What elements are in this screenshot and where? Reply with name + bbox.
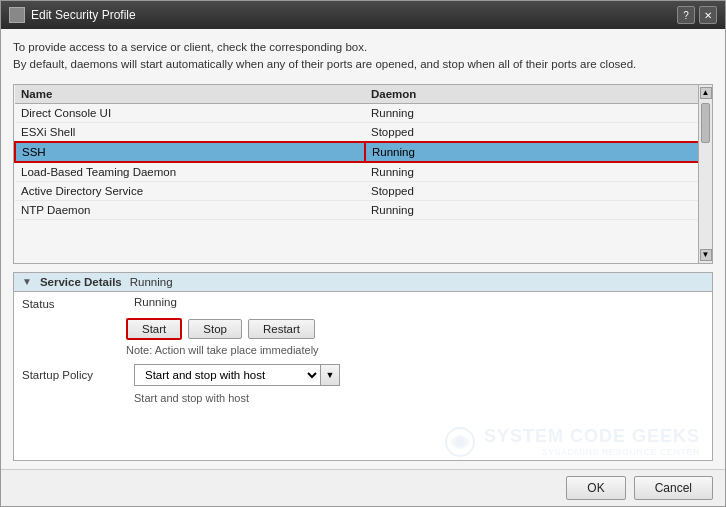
service-name: ESXi Shell: [15, 122, 365, 142]
startup-policy-select[interactable]: Start and stop with host Start and stop …: [134, 364, 320, 386]
watermark-logo-icon: [442, 424, 478, 460]
service-details-panel: ▼ Service Details Running Status Running…: [13, 272, 713, 461]
title-bar: Edit Security Profile ? ✕: [1, 1, 725, 29]
dialog-title: Edit Security Profile: [31, 8, 136, 22]
status-label: Status: [22, 296, 122, 310]
description-line2: By default, daemons will start automatic…: [13, 58, 636, 70]
app-icon: [9, 7, 25, 23]
service-action-buttons: Start Stop Restart: [126, 318, 712, 340]
status-row: Status Running: [14, 292, 712, 314]
stop-button[interactable]: Stop: [188, 319, 242, 339]
table-row[interactable]: ESXi Shell Stopped: [15, 122, 711, 142]
action-note: Note: Action will take place immediately: [126, 344, 712, 356]
svg-point-1: [455, 437, 465, 447]
service-details-header: ▼ Service Details Running: [14, 273, 712, 292]
status-value: Running: [134, 296, 177, 308]
service-daemon: Stopped: [365, 181, 711, 200]
ok-button[interactable]: OK: [566, 476, 625, 500]
details-toggle-arrow[interactable]: ▼: [22, 276, 32, 287]
title-bar-left: Edit Security Profile: [9, 7, 136, 23]
service-daemon-ssh: Running: [365, 142, 711, 162]
table-row[interactable]: NTP Daemon Running: [15, 200, 711, 219]
startup-policy-row: Startup Policy Start and stop with host …: [14, 360, 712, 390]
table-header-row: Name Daemon: [15, 85, 711, 104]
column-header-name: Name: [15, 85, 365, 104]
column-header-daemon: Daemon: [365, 85, 711, 104]
service-details-title: Service Details: [40, 276, 122, 288]
description-line1: To provide access to a service or client…: [13, 41, 367, 53]
table-row-ssh[interactable]: SSH Running: [15, 142, 711, 162]
service-daemon: Running: [365, 103, 711, 122]
dialog-footer: OK Cancel: [1, 469, 725, 506]
service-name: Load-Based Teaming Daemon: [15, 162, 365, 182]
service-daemon: Running: [365, 200, 711, 219]
watermark: SYSTEM CODE GEEKS SYSADMINS RESOURCE CEN…: [14, 410, 712, 460]
startup-policy-dropdown-container: Start and stop with host Start and stop …: [134, 364, 340, 386]
startup-hint-text: Start and stop with host: [134, 392, 712, 404]
table-row[interactable]: Active Directory Service Stopped: [15, 181, 711, 200]
help-button[interactable]: ?: [677, 6, 695, 24]
service-details-header-status: Running: [130, 276, 173, 288]
close-button[interactable]: ✕: [699, 6, 717, 24]
service-name: Active Directory Service: [15, 181, 365, 200]
edit-security-profile-dialog: Edit Security Profile ? ✕ To provide acc…: [0, 0, 726, 507]
table-row[interactable]: Direct Console UI Running: [15, 103, 711, 122]
startup-policy-label: Startup Policy: [22, 369, 122, 381]
watermark-brand: SYSTEM CODE GEEKS: [484, 426, 700, 447]
table-scrollbar[interactable]: ▲ ▼: [698, 85, 712, 263]
service-name: NTP Daemon: [15, 200, 365, 219]
watermark-sub: SYSADMINS RESOURCE CENTER: [484, 447, 700, 457]
service-name-ssh: SSH: [15, 142, 365, 162]
table-row[interactable]: Load-Based Teaming Daemon Running: [15, 162, 711, 182]
service-daemon: Stopped: [365, 122, 711, 142]
cancel-button[interactable]: Cancel: [634, 476, 713, 500]
service-daemon: Running: [365, 162, 711, 182]
title-bar-controls: ? ✕: [677, 6, 717, 24]
description-text: To provide access to a service or client…: [13, 39, 713, 74]
startup-policy-dropdown-arrow[interactable]: ▼: [320, 364, 340, 386]
services-table: Name Daemon Direct Console UI Running ES…: [14, 85, 712, 220]
services-table-container: Name Daemon Direct Console UI Running ES…: [13, 84, 713, 264]
dialog-body: To provide access to a service or client…: [1, 29, 725, 469]
restart-button[interactable]: Restart: [248, 319, 315, 339]
service-name: Direct Console UI: [15, 103, 365, 122]
start-button[interactable]: Start: [126, 318, 182, 340]
watermark-text: SYSTEM CODE GEEKS SYSADMINS RESOURCE CEN…: [442, 424, 700, 460]
